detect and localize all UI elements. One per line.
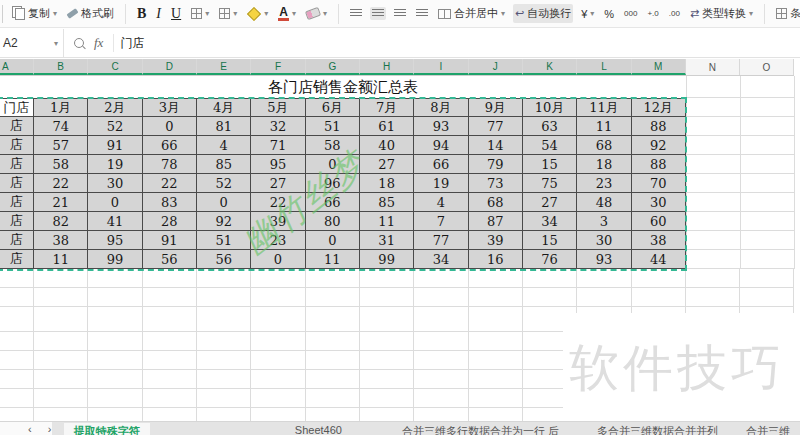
column-header-L[interactable]: L <box>577 59 631 75</box>
table-cell[interactable]: 12月 <box>632 98 686 117</box>
empty-cell[interactable] <box>687 117 741 136</box>
table-cell[interactable]: 15 <box>523 155 577 174</box>
empty-cell[interactable] <box>414 351 468 370</box>
column-header-G[interactable]: G <box>306 59 360 75</box>
empty-cell[interactable] <box>197 332 251 351</box>
column-header-H[interactable]: H <box>360 59 414 75</box>
table-cell[interactable]: 11 <box>360 212 414 231</box>
empty-cell[interactable] <box>469 389 523 408</box>
table-cell[interactable]: 91 <box>143 231 197 250</box>
fill-color-button[interactable]: ▾ <box>245 7 270 21</box>
empty-cell[interactable] <box>741 155 795 174</box>
table-cell[interactable]: 79 <box>469 155 523 174</box>
empty-cell[interactable] <box>88 332 142 351</box>
table-cell[interactable]: 4 <box>414 193 468 212</box>
table-cell[interactable]: 48 <box>577 193 631 212</box>
table-cell[interactable]: 93 <box>414 117 468 136</box>
empty-cell[interactable] <box>306 332 360 351</box>
table-cell[interactable]: 99 <box>88 250 142 269</box>
empty-cell[interactable] <box>0 351 34 370</box>
empty-cell[interactable] <box>687 231 741 250</box>
empty-cell[interactable] <box>523 313 563 332</box>
eraser-button[interactable]: ▾ <box>304 7 329 20</box>
empty-cell[interactable] <box>306 389 360 408</box>
table-cell[interactable]: 63 <box>523 117 577 136</box>
empty-cell[interactable] <box>251 332 305 351</box>
table-cell[interactable]: 15 <box>523 231 577 250</box>
empty-cell[interactable] <box>360 351 414 370</box>
empty-cell[interactable] <box>469 269 523 288</box>
empty-cell[interactable] <box>360 288 414 307</box>
table-cell[interactable]: 11 <box>34 250 88 269</box>
empty-cell[interactable] <box>414 313 468 332</box>
table-cell[interactable]: 店 <box>0 117 34 136</box>
table-cell[interactable]: 83 <box>143 193 197 212</box>
table-cell[interactable]: 0 <box>306 231 360 250</box>
empty-cell[interactable] <box>34 370 88 389</box>
column-header-M[interactable]: M <box>632 59 686 75</box>
empty-cell[interactable] <box>360 332 414 351</box>
merge-center-button[interactable]: 合并居中 ▾ <box>436 4 507 23</box>
empty-cell[interactable] <box>523 288 577 307</box>
table-cell[interactable]: 19 <box>88 155 142 174</box>
empty-cell[interactable] <box>143 389 197 408</box>
table-cell[interactable]: 23 <box>577 174 631 193</box>
table-cell[interactable]: 68 <box>577 136 631 155</box>
table-cell[interactable]: 81 <box>197 117 251 136</box>
name-box[interactable]: A2 ▾ <box>0 29 64 57</box>
empty-cell[interactable] <box>577 288 631 307</box>
copy-button[interactable]: 复制 ▾ <box>9 4 59 23</box>
empty-cell[interactable] <box>88 408 142 421</box>
table-cell[interactable]: 57 <box>34 136 88 155</box>
empty-cell[interactable] <box>306 351 360 370</box>
empty-cell[interactable] <box>88 351 142 370</box>
table-cell[interactable]: 88 <box>632 155 686 174</box>
empty-cell[interactable] <box>360 269 414 288</box>
table-cell[interactable]: 23 <box>251 231 305 250</box>
table-cell[interactable]: 4月 <box>197 98 251 117</box>
empty-cell[interactable] <box>197 269 251 288</box>
column-header-E[interactable]: E <box>197 59 251 75</box>
column-header-K[interactable]: K <box>523 59 577 75</box>
table-cell[interactable]: 77 <box>469 117 523 136</box>
font-color-button[interactable]: A ▾ <box>276 5 298 23</box>
table-cell[interactable]: 27 <box>523 193 577 212</box>
table-cell[interactable]: 92 <box>632 136 686 155</box>
empty-cell[interactable] <box>741 76 795 98</box>
empty-cell[interactable] <box>0 389 34 408</box>
empty-cell[interactable] <box>740 288 794 307</box>
empty-cell[interactable] <box>360 408 414 421</box>
table-cell[interactable]: 18 <box>577 155 631 174</box>
empty-cell[interactable] <box>414 269 468 288</box>
empty-cell[interactable] <box>414 389 468 408</box>
table-cell[interactable]: 61 <box>360 117 414 136</box>
table-cell[interactable]: 95 <box>251 155 305 174</box>
table-cell[interactable]: 0 <box>143 117 197 136</box>
table-cell[interactable]: 4 <box>197 136 251 155</box>
empty-cell[interactable] <box>306 269 360 288</box>
empty-cell[interactable] <box>88 389 142 408</box>
empty-cell[interactable] <box>0 408 34 421</box>
table-cell[interactable]: 82 <box>34 212 88 231</box>
empty-cell[interactable] <box>469 288 523 307</box>
empty-cell[interactable] <box>414 408 468 421</box>
table-cell[interactable]: 95 <box>88 231 142 250</box>
borders-button[interactable]: ▾ <box>189 6 211 21</box>
decrease-decimal-button[interactable]: .00 <box>667 7 682 20</box>
table-cell[interactable]: 80 <box>306 212 360 231</box>
worksheet-grid[interactable]: 各门店销售金额汇总表 软件技巧 门店1月2月3月4月5月6月7月8月9月10月1… <box>0 76 800 421</box>
empty-cell[interactable] <box>577 269 631 288</box>
empty-cell[interactable] <box>143 351 197 370</box>
currency-format-button[interactable]: ¥ ▾ <box>579 6 596 22</box>
table-cell[interactable]: 94 <box>414 136 468 155</box>
empty-cell[interactable] <box>306 313 360 332</box>
table-cell[interactable]: 30 <box>632 193 686 212</box>
table-cell[interactable]: 10月 <box>523 98 577 117</box>
thousands-separator-button[interactable]: 000 <box>622 7 639 20</box>
sheet-tab[interactable]: 合并三维多行数据合并为一行 后 <box>392 423 569 435</box>
empty-cell[interactable] <box>0 313 34 332</box>
empty-cell[interactable] <box>306 370 360 389</box>
prev-sheet-arrow-icon[interactable]: ‹ <box>28 423 32 435</box>
empty-cell[interactable] <box>686 288 740 307</box>
table-cell[interactable]: 39 <box>251 212 305 231</box>
